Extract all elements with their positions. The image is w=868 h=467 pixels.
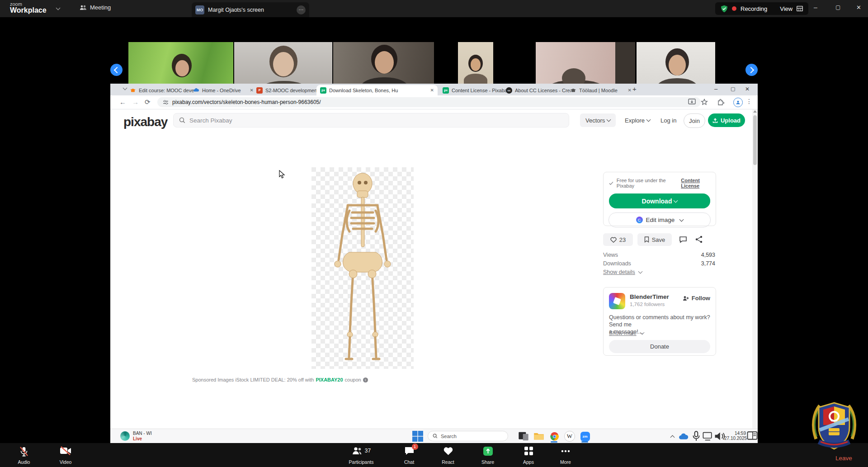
sponsored-code[interactable]: PIXABAY20 <box>316 377 343 382</box>
tray-clock[interactable]: 14:59 27.10.2025 <box>724 431 746 441</box>
like-button[interactable]: 23 <box>603 233 633 246</box>
media-type-dropdown[interactable]: Vectors <box>580 113 616 127</box>
pixabay-logo[interactable]: pixabay <box>123 115 167 129</box>
browser-tab[interactable]: Töölaud | Moodle✕ <box>566 85 635 95</box>
tab-label: Download Skeleton, Bones, Hu <box>329 88 398 93</box>
tab-close-icon[interactable]: ✕ <box>430 88 434 93</box>
powerpoint-favicon: P <box>256 87 263 94</box>
speaker-tray-icon[interactable] <box>714 431 725 442</box>
license-link[interactable]: Content License <box>681 178 716 189</box>
tab-label: Töölaud | Moodle <box>579 88 618 93</box>
browser-minimize-button[interactable]: – <box>714 85 717 92</box>
show-details-label: Show details <box>603 269 635 275</box>
join-button[interactable]: Join <box>684 113 705 128</box>
tray-expand-icon[interactable] <box>670 435 675 440</box>
workspace-chevron-icon[interactable] <box>56 6 61 10</box>
author-name[interactable]: BlenderTimer <box>630 293 669 300</box>
streaming-app-icon[interactable] <box>120 431 130 441</box>
back-icon[interactable]: ← <box>119 98 126 106</box>
download-button[interactable]: Download <box>609 193 710 208</box>
task-view-icon[interactable] <box>518 431 529 442</box>
browser-tab[interactable]: Edit course: MOOC developme✕ <box>126 85 194 95</box>
explore-menu[interactable]: Explore <box>625 113 650 127</box>
follow-button[interactable]: Follow <box>683 295 710 302</box>
video-strip: Yuliia Kharchenko, SSPU Ірина Михайлівна… <box>0 17 868 84</box>
chrome-icon[interactable] <box>549 431 560 442</box>
save-button[interactable]: Save <box>637 233 672 246</box>
video-button[interactable]: Video <box>46 445 85 466</box>
tab-shared-screen[interactable]: MO Margit Ojaots's screen ⋯ <box>192 2 309 17</box>
tab-options-icon[interactable]: ⋯ <box>297 5 306 14</box>
stats-block: Views 4,593 Downloads 3,774 Show details <box>603 250 715 277</box>
address-bar[interactable]: pixabay.com/vectors/skeleton-bones-human… <box>157 97 701 107</box>
leave-button[interactable]: Leave <box>835 455 852 462</box>
new-tab-button[interactable]: + <box>632 85 637 93</box>
next-participants-button[interactable] <box>745 64 758 76</box>
reload-icon[interactable]: ⟳ <box>145 98 151 106</box>
show-more-link[interactable]: Show more <box>609 330 644 336</box>
security-shield-icon[interactable] <box>721 5 728 13</box>
share-icon[interactable] <box>695 236 703 243</box>
cast-tray-icon[interactable] <box>703 431 713 442</box>
show-details-link[interactable]: Show details <box>603 268 715 277</box>
onedrive-tray-icon[interactable] <box>678 431 689 442</box>
share-screen-button[interactable]: Share <box>468 445 507 466</box>
participants-label: Participants <box>349 459 374 466</box>
scroll-up-icon[interactable] <box>753 110 757 113</box>
audio-label: Audio <box>18 459 30 466</box>
more-label: More <box>560 459 571 466</box>
info-icon[interactable]: i <box>363 377 368 382</box>
file-explorer-icon[interactable] <box>533 431 544 442</box>
profile-avatar-icon[interactable] <box>733 98 743 107</box>
comment-icon[interactable] <box>679 236 687 243</box>
bookmark-star-icon[interactable] <box>701 99 708 105</box>
view-button[interactable]: View <box>780 5 793 12</box>
like-count: 23 <box>619 236 626 243</box>
windows-start-icon[interactable] <box>412 431 423 442</box>
notifications-icon[interactable] <box>747 431 758 442</box>
chat-button[interactable]: 1 Chat <box>390 445 429 466</box>
upload-button[interactable]: Upload <box>708 113 745 127</box>
donate-button[interactable]: Donate <box>609 340 710 353</box>
more-button[interactable]: More <box>546 445 585 466</box>
participants-button[interactable]: 37 Participants <box>342 445 381 466</box>
author-avatar[interactable] <box>609 293 625 309</box>
window-minimize-button[interactable]: – <box>814 4 817 11</box>
browser-menu-icon[interactable]: ⋮ <box>746 98 752 105</box>
zoom-app-icon[interactable]: zm <box>580 431 590 442</box>
install-icon[interactable] <box>688 99 696 105</box>
audio-button[interactable]: Audio <box>5 445 43 466</box>
search-bar[interactable]: Search Pixabay <box>173 113 569 127</box>
check-icon <box>609 181 613 185</box>
window-restore-button[interactable]: ▢ <box>835 4 840 10</box>
tab-close-icon[interactable]: ✕ <box>628 88 632 93</box>
browser-close-button[interactable]: ✕ <box>745 86 750 92</box>
browser-tab[interactable]: cc About CC Licenses - Creative C✕ <box>502 85 571 95</box>
page-scrollbar[interactable] <box>752 109 758 429</box>
donate-label: Donate <box>650 343 669 350</box>
edit-image-button[interactable]: C Edit image <box>609 212 711 227</box>
forward-icon[interactable]: → <box>132 98 139 106</box>
search-icon <box>179 117 185 123</box>
wikipedia-icon[interactable]: W <box>564 431 575 442</box>
window-close-button[interactable]: ✕ <box>856 4 861 11</box>
login-link[interactable]: Log in <box>660 113 676 127</box>
mic-tray-icon[interactable] <box>691 431 702 442</box>
taskbar-search[interactable]: Search <box>428 431 508 441</box>
vector-image-preview[interactable] <box>311 167 414 369</box>
browser-restore-button[interactable]: ▢ <box>731 86 735 92</box>
tab-meeting[interactable]: Meeting <box>80 4 111 11</box>
scrollbar-thumb[interactable] <box>753 115 757 165</box>
browser-tab[interactable]: P S2-MOOC development princi✕ <box>253 85 322 95</box>
apps-button[interactable]: Apps <box>509 445 548 466</box>
join-label: Join <box>689 118 700 124</box>
prev-participants-button[interactable] <box>110 64 123 76</box>
browser-tab[interactable]: Home - OneDrive✕ <box>189 85 257 95</box>
extensions-icon[interactable] <box>717 99 724 105</box>
zoom-brand-bottom: Workplace <box>10 6 47 14</box>
browser-tab[interactable]: px Content License - Pixabay✕ <box>439 85 507 95</box>
browser-tab-active[interactable]: px Download Skeleton, Bones, Hu✕ <box>316 85 438 95</box>
react-button[interactable]: React <box>429 445 467 466</box>
site-settings-icon[interactable] <box>163 99 169 105</box>
avatar: MO <box>195 5 204 14</box>
